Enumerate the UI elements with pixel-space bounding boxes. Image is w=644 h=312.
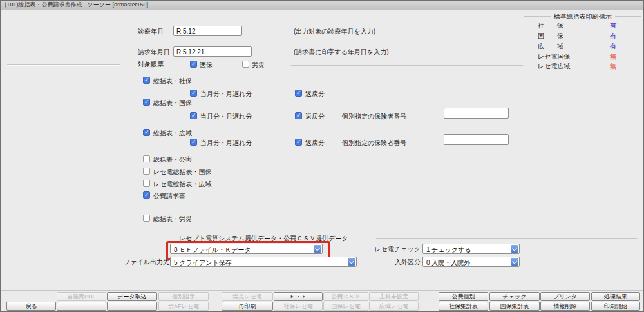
- print-directive-legend: 標準総括表印刷指示: [551, 12, 615, 21]
- chevron-down-icon[interactable]: [348, 258, 355, 266]
- check-button[interactable]: チェック: [489, 292, 540, 301]
- process-result-button[interactable]: 処理結果: [591, 292, 640, 301]
- target-forms-label: 対象帳票: [138, 61, 164, 68]
- kokuho-return-label: 返戻分: [305, 113, 325, 121]
- chevron-down-icon[interactable]: [511, 245, 518, 253]
- directive-value-receden-kokuho: 無: [610, 52, 616, 61]
- output-destination-value: 5 クライアント保存: [174, 258, 232, 268]
- shaho-monthly-checkbox[interactable]: [190, 90, 197, 97]
- summary-kouiki-checkbox[interactable]: [143, 129, 150, 136]
- receden-summary-kouiki-label: レセ電総括表・広域: [153, 180, 211, 188]
- auto-liability-pdf-button: 自賠責PDF: [57, 292, 106, 301]
- receden-summary-kouiki-checkbox[interactable]: [143, 180, 150, 187]
- shaho-summary-table-button[interactable]: 社保集計表: [439, 302, 488, 311]
- kouiki-monthly-label: 当月分・月遅れ分: [200, 139, 252, 147]
- summary-rosai-checkbox[interactable]: [143, 215, 150, 222]
- directive-label-kouiki: 広 域: [538, 42, 564, 51]
- directive-label-kokuho: 国 保: [538, 32, 564, 41]
- treatment-month-hint: (出力対象の診療年月を入力): [294, 28, 375, 35]
- chevron-down-icon[interactable]: [314, 245, 321, 253]
- blank-button-2[interactable]: [107, 302, 157, 311]
- chevron-down-icon[interactable]: [511, 258, 518, 266]
- reprint-button[interactable]: 再印刷: [222, 302, 273, 311]
- rosai-checkbox[interactable]: [242, 61, 249, 68]
- separator-line: [291, 65, 523, 66]
- kouiki-receden-button: 広域レセ電: [369, 302, 419, 311]
- provide-data-select[interactable]: 8 ＥＦファイル・Ｋデータ: [170, 244, 323, 254]
- inout-division-select[interactable]: 0 入院・入院外: [422, 257, 520, 267]
- kouiki-insurer-number-label: 個別指定の保険者番号: [342, 139, 406, 147]
- kokuho-receden-button: 国保レセ電: [323, 302, 368, 311]
- kouiki-return-checkbox[interactable]: [295, 139, 302, 146]
- rosai-checkbox-label: 労災: [252, 61, 265, 69]
- output-destination-select[interactable]: 5 クライアント保存: [170, 257, 357, 267]
- blank-button-1[interactable]: [57, 302, 106, 311]
- individual-instruction-button: 個別指示: [158, 292, 209, 301]
- billing-date-hint: (請求書に印字する年月日を入力): [294, 48, 389, 56]
- ef-button[interactable]: Ｅ・Ｆ: [274, 292, 323, 301]
- rosai-receden-button: 労災レセ電: [222, 292, 273, 301]
- kokuho-insurer-number-label: 個別指定の保険者番号: [342, 113, 406, 121]
- summary-kokuho-label: 総括表・国保: [153, 99, 192, 107]
- directive-value-kokuho: 有: [610, 32, 616, 41]
- kokuho-summary-table-button[interactable]: 国保集計表: [489, 302, 540, 311]
- print-start-button[interactable]: 印刷開始: [591, 302, 640, 311]
- summary-rosai-label: 総括表・労災: [153, 215, 192, 223]
- inout-division-label: 入外区分: [361, 258, 421, 266]
- treatment-month-label: 診療年月: [138, 28, 164, 35]
- summary-kokuho-checkbox[interactable]: [143, 99, 150, 106]
- printer-button[interactable]: プリンタ: [540, 292, 590, 301]
- kokuho-return-checkbox[interactable]: [295, 112, 302, 119]
- directive-value-shaho: 有: [610, 21, 616, 30]
- shaho-monthly-label: 当月分・月遅れ分: [200, 90, 252, 98]
- receden-summary-kokuho-label: レセ電総括表・国保: [153, 168, 211, 176]
- data-import-button[interactable]: データ取込: [107, 292, 157, 301]
- directive-label-receden-kokuho: レセ電国保: [538, 52, 570, 61]
- iho-checkbox-label: 医保: [200, 61, 213, 69]
- directive-label-shaho: 社 保: [538, 21, 564, 30]
- directive-label-receden-kouiki: レセ電広域: [538, 62, 570, 71]
- kohi-invoice-label: 公費請求書: [153, 192, 185, 200]
- main-dept-unset-button: 主科未設定: [369, 292, 419, 301]
- application-window: (T01)総括表・公費請求書作成 - ソーソー [ormaster150] 標準…: [0, 0, 644, 312]
- csv-group-label: レセプト電算システム提供データ・公費ＣＳＶ提供データ: [179, 235, 348, 242]
- rosai-af-receden-button: 労AFレセ電: [158, 302, 209, 311]
- shaho-return-checkbox[interactable]: [295, 90, 302, 97]
- separator-line: [376, 238, 637, 239]
- summary-kogai-label: 総括表・公害: [153, 156, 192, 164]
- window-title: (T01)総括表・公費請求書作成 - ソーソー [ormaster150]: [5, 1, 148, 8]
- directive-value-kouiki: 有: [610, 42, 616, 51]
- kokuho-insurer-number-input[interactable]: [444, 108, 509, 119]
- kohi-invoice-checkbox[interactable]: [143, 191, 150, 199]
- kouiki-insurer-number-input[interactable]: [444, 134, 509, 145]
- window-title-bar: (T01)総括表・公費請求書作成 - ソーソー [ormaster150]: [1, 1, 643, 10]
- iho-checkbox[interactable]: [190, 61, 197, 68]
- directive-value-receden-kouiki: 無: [610, 62, 616, 71]
- kohi-csv-button: 公費ＣＳＶ: [323, 292, 368, 301]
- kouiki-monthly-checkbox[interactable]: [190, 139, 197, 146]
- receden-check-label: レセ電チェック: [361, 246, 421, 253]
- back-button[interactable]: 戻る: [6, 302, 56, 311]
- shaho-return-label: 返戻分: [305, 90, 325, 98]
- kouiki-return-label: 返戻分: [305, 139, 325, 147]
- summary-kouiki-label: 総括表・広域: [153, 130, 192, 137]
- shaho-receden-button: 社保レセ電: [274, 302, 323, 311]
- receden-check-select[interactable]: 1 チェックする: [422, 244, 520, 254]
- standard-print-directive-box: 標準総括表印刷指示 社 保 有 国 保 有 広 域 有 レセ電国保 無 レセ電広…: [524, 16, 641, 66]
- receden-check-value: 1 チェックする: [426, 246, 471, 255]
- inout-division-value: 0 入院・入院外: [426, 258, 470, 268]
- info-delete-button[interactable]: 情報削除: [540, 302, 590, 311]
- separator-line: [7, 64, 120, 65]
- kokuho-monthly-label: 当月分・月遅れ分: [200, 113, 252, 121]
- summary-shaho-checkbox[interactable]: [143, 77, 150, 84]
- summary-shaho-label: 総括表・社保: [153, 77, 192, 85]
- provide-data-value: 8 ＥＦファイル・Ｋデータ: [174, 246, 251, 255]
- billing-date-input[interactable]: [173, 46, 252, 57]
- treatment-month-input[interactable]: [173, 26, 242, 36]
- separator-line: [1, 290, 644, 291]
- summary-kogai-checkbox[interactable]: [143, 155, 150, 162]
- kohi-individual-button[interactable]: 公費個別: [439, 292, 488, 301]
- kokuho-monthly-checkbox[interactable]: [190, 112, 197, 119]
- receden-summary-kokuho-checkbox[interactable]: [143, 168, 150, 175]
- output-destination-label: ファイル出力先: [117, 258, 169, 266]
